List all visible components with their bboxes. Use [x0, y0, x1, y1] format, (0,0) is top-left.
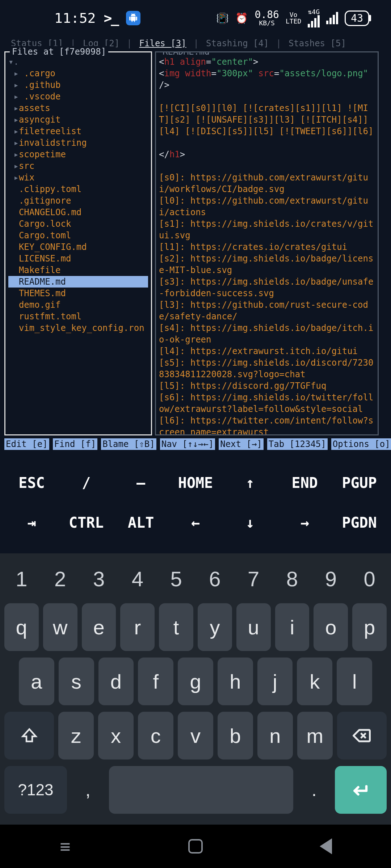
file-tree-pane[interactable]: Files at [f7e9098] ▾. ▸ .cargo ▸ .github… [4, 51, 152, 435]
key-z[interactable]: z [58, 712, 94, 760]
terminal-viewport[interactable]: Status [1]|Log [2]|Files [3]|Stashing [4… [0, 36, 391, 542]
key-s[interactable]: s [59, 658, 94, 705]
volte-indicator: Vo LTED [286, 12, 301, 25]
key-1[interactable]: 1 [4, 561, 39, 597]
tab-stashing[interactable]: Stashing [4] [206, 38, 269, 49]
key-q[interactable]: q [4, 603, 39, 651]
key-k[interactable]: k [297, 658, 332, 705]
tree-item[interactable]: demo.gif [8, 299, 148, 311]
key-i[interactable]: i [275, 603, 310, 651]
key-6[interactable]: 6 [198, 561, 232, 597]
key-e[interactable]: e [82, 603, 116, 651]
space-key[interactable] [109, 766, 293, 814]
comma-key[interactable]: , [71, 766, 105, 814]
tree-item[interactable]: LICENSE.md [8, 253, 148, 264]
alarm-icon: ⏰ [235, 12, 248, 24]
extra-key-↑[interactable]: ↑ [223, 463, 277, 503]
key-c[interactable]: c [138, 712, 173, 760]
tree-item[interactable]: ▾. [8, 56, 148, 68]
key-x[interactable]: x [98, 712, 134, 760]
key-t[interactable]: t [159, 603, 193, 651]
tree-item[interactable]: ▸wix [8, 172, 148, 183]
tree-item[interactable]: THEMES.md [8, 288, 148, 299]
content-line: [s5]: https://img.shields.io/discord/723… [159, 357, 375, 380]
period-key[interactable]: . [298, 766, 331, 814]
tree-item[interactable]: ▸ .vscode [8, 91, 148, 102]
extra-key-→[interactable]: → [277, 503, 332, 542]
key-2[interactable]: 2 [43, 561, 77, 597]
key-v[interactable]: v [178, 712, 213, 760]
key-d[interactable]: d [98, 658, 134, 705]
extra-key-ctrl[interactable]: CTRL [59, 503, 114, 542]
extra-key-↓[interactable]: ↓ [223, 503, 277, 542]
recents-button[interactable]: ≡ [51, 836, 80, 856]
file-content-title: README.md [160, 51, 212, 58]
key-g[interactable]: g [178, 658, 213, 705]
key-u[interactable]: u [236, 603, 271, 651]
key-a[interactable]: a [19, 658, 54, 705]
symbols-key[interactable]: ?123 [4, 766, 67, 814]
file-content-pane[interactable]: README.md <h1 align="center"><img width=… [155, 51, 379, 435]
key-p[interactable]: p [352, 603, 387, 651]
tree-item[interactable]: ▸scopetime [8, 149, 148, 160]
tree-item[interactable]: CHANGELOG.md [8, 207, 148, 218]
tree-item[interactable]: ▸filetreelist [8, 125, 148, 137]
tree-item[interactable]: ▸invalidstring [8, 137, 148, 149]
key-y[interactable]: y [198, 603, 232, 651]
key-8[interactable]: 8 [275, 561, 310, 597]
home-button[interactable] [181, 839, 210, 854]
network-type: ⇅4G [308, 9, 320, 27]
tree-item[interactable]: Cargo.lock [8, 218, 148, 230]
key-4[interactable]: 4 [120, 561, 155, 597]
key-w[interactable]: w [43, 603, 77, 651]
extra-key-esc[interactable]: ESC [4, 463, 59, 503]
key-9[interactable]: 9 [314, 561, 348, 597]
extra-key-end[interactable]: END [277, 463, 332, 503]
tree-item[interactable]: ▸ .cargo [8, 68, 148, 79]
tree-item[interactable]: rustfmt.toml [8, 311, 148, 322]
key-b[interactable]: b [218, 712, 253, 760]
tree-item[interactable]: Makefile [8, 264, 148, 276]
extra-key-pgdn[interactable]: PGDN [332, 503, 387, 542]
key-h[interactable]: h [218, 658, 253, 705]
extra-key-←[interactable]: ← [168, 503, 223, 542]
key-n[interactable]: n [257, 712, 293, 760]
key-3[interactable]: 3 [82, 561, 116, 597]
key-7[interactable]: 7 [236, 561, 271, 597]
key-l[interactable]: l [337, 658, 372, 705]
tree-item[interactable]: ▸asyncgit [8, 114, 148, 125]
extra-key-—[interactable]: — [114, 463, 168, 503]
key-m[interactable]: m [297, 712, 333, 760]
shift-key[interactable] [4, 712, 54, 760]
tree-item[interactable]: ▸assets [8, 102, 148, 114]
enter-key[interactable] [335, 766, 387, 814]
tree-item[interactable]: ▸ .github [8, 79, 148, 91]
key-j[interactable]: j [257, 658, 293, 705]
back-button[interactable] [311, 838, 340, 854]
key-r[interactable]: r [120, 603, 155, 651]
extra-key-/[interactable]: / [59, 463, 114, 503]
tree-item[interactable]: KEY_CONFIG.md [8, 241, 148, 253]
extra-key-⇥[interactable]: ⇥ [4, 503, 59, 542]
tree-item[interactable]: README.md [8, 276, 148, 288]
backspace-key[interactable] [337, 712, 387, 760]
tree-item[interactable]: .gitignore [8, 195, 148, 207]
tree-item[interactable]: Cargo.toml [8, 230, 148, 241]
file-tree[interactable]: ▾. ▸ .cargo ▸ .github ▸ .vscode ▸assets … [8, 56, 148, 334]
key-o[interactable]: o [314, 603, 348, 651]
extra-key-pgup[interactable]: PGUP [332, 463, 387, 503]
key-5[interactable]: 5 [159, 561, 193, 597]
content-line: [s2]: https://img.shields.io/badge/licen… [159, 253, 375, 276]
key-0[interactable]: 0 [352, 561, 387, 597]
content-line: [l1]: https://crates.io/crates/gitui [159, 241, 375, 253]
key-f[interactable]: f [138, 658, 173, 705]
tab-files[interactable]: Files [3] [139, 38, 186, 49]
extra-key-home[interactable]: HOME [168, 463, 223, 503]
tree-item[interactable]: .clippy.toml [8, 183, 148, 195]
tree-item[interactable]: ▸src [8, 160, 148, 172]
tree-item[interactable]: vim_style_key_config.ron [8, 322, 148, 334]
content-line [159, 91, 375, 102]
tab-stashes[interactable]: Stashes [5] [289, 38, 346, 49]
extra-key-alt[interactable]: ALT [114, 503, 168, 542]
content-line: [l6]: https://twitter.com/intent/follow?… [159, 415, 375, 435]
